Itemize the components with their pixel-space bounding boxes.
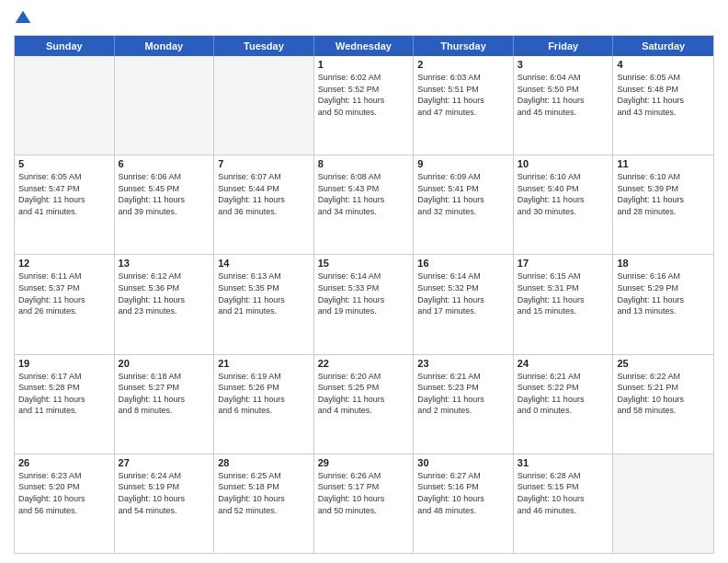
calendar-row-1: 5Sunrise: 6:05 AMSunset: 5:47 PMDaylight…	[15, 155, 713, 255]
cal-cell	[613, 454, 713, 553]
cal-cell	[115, 56, 215, 155]
cal-cell: 18Sunrise: 6:16 AMSunset: 5:29 PMDayligh…	[613, 255, 713, 353]
day-number: 17	[518, 258, 609, 269]
day-header-saturday: Saturday	[613, 36, 713, 56]
cell-info: Sunrise: 6:18 AMSunset: 5:27 PMDaylight:…	[119, 371, 210, 417]
day-number: 12	[18, 258, 110, 269]
day-number: 22	[318, 358, 410, 369]
day-number: 14	[218, 258, 310, 269]
cell-info: Sunrise: 6:04 AMSunset: 5:50 PMDaylight:…	[518, 72, 609, 118]
day-number: 26	[18, 457, 110, 468]
cal-cell: 5Sunrise: 6:05 AMSunset: 5:47 PMDaylight…	[15, 155, 115, 254]
cal-cell: 4Sunrise: 6:05 AMSunset: 5:48 PMDaylight…	[613, 56, 713, 155]
day-number: 16	[417, 258, 509, 269]
day-number: 23	[417, 358, 509, 369]
cal-cell: 1Sunrise: 6:02 AMSunset: 5:52 PMDaylight…	[314, 56, 415, 155]
cell-info: Sunrise: 6:19 AMSunset: 5:26 PMDaylight:…	[218, 371, 310, 417]
logo-icon	[14, 9, 32, 28]
cell-info: Sunrise: 6:11 AMSunset: 5:37 PMDaylight:…	[18, 270, 110, 316]
cal-cell: 15Sunrise: 6:14 AMSunset: 5:33 PMDayligh…	[314, 255, 415, 353]
cal-cell: 16Sunrise: 6:14 AMSunset: 5:32 PMDayligh…	[414, 255, 514, 353]
day-number: 15	[318, 258, 410, 269]
cell-info: Sunrise: 6:08 AMSunset: 5:43 PMDaylight:…	[318, 171, 410, 217]
cell-info: Sunrise: 6:05 AMSunset: 5:48 PMDaylight:…	[617, 72, 710, 118]
day-number: 8	[318, 158, 410, 169]
cell-info: Sunrise: 6:09 AMSunset: 5:41 PMDaylight:…	[417, 171, 509, 217]
cell-info: Sunrise: 6:10 AMSunset: 5:39 PMDaylight:…	[617, 171, 710, 217]
day-number: 21	[218, 358, 310, 369]
day-number: 24	[518, 358, 609, 369]
cal-cell: 22Sunrise: 6:20 AMSunset: 5:25 PMDayligh…	[314, 355, 415, 454]
cal-cell: 7Sunrise: 6:07 AMSunset: 5:44 PMDaylight…	[214, 155, 314, 254]
cell-info: Sunrise: 6:22 AMSunset: 5:21 PMDaylight:…	[617, 371, 710, 417]
day-header-friday: Friday	[514, 36, 614, 56]
calendar-row-3: 19Sunrise: 6:17 AMSunset: 5:28 PMDayligh…	[15, 355, 713, 454]
calendar-row-2: 12Sunrise: 6:11 AMSunset: 5:37 PMDayligh…	[15, 255, 713, 354]
cell-info: Sunrise: 6:17 AMSunset: 5:28 PMDaylight:…	[18, 371, 110, 417]
day-number: 5	[18, 158, 110, 169]
cell-info: Sunrise: 6:20 AMSunset: 5:25 PMDaylight:…	[318, 371, 410, 417]
cal-cell: 24Sunrise: 6:21 AMSunset: 5:22 PMDayligh…	[514, 355, 614, 454]
day-number: 31	[518, 457, 609, 468]
day-number: 6	[119, 158, 210, 169]
header	[14, 9, 714, 28]
cal-cell: 14Sunrise: 6:13 AMSunset: 5:35 PMDayligh…	[214, 255, 314, 353]
day-number: 13	[119, 258, 210, 269]
day-number: 4	[617, 59, 710, 70]
page: SundayMondayTuesdayWednesdayThursdayFrid…	[0, 0, 728, 563]
cell-info: Sunrise: 6:05 AMSunset: 5:47 PMDaylight:…	[18, 171, 110, 217]
cal-cell: 12Sunrise: 6:11 AMSunset: 5:37 PMDayligh…	[15, 255, 115, 353]
cell-info: Sunrise: 6:07 AMSunset: 5:44 PMDaylight:…	[218, 171, 310, 217]
cal-cell: 30Sunrise: 6:27 AMSunset: 5:16 PMDayligh…	[414, 454, 514, 553]
cell-info: Sunrise: 6:15 AMSunset: 5:31 PMDaylight:…	[518, 270, 609, 316]
cal-cell: 28Sunrise: 6:25 AMSunset: 5:18 PMDayligh…	[214, 454, 314, 553]
day-number: 30	[417, 457, 509, 468]
day-number: 3	[518, 59, 609, 70]
calendar-header-row: SundayMondayTuesdayWednesdayThursdayFrid…	[15, 36, 713, 56]
day-number: 2	[417, 59, 509, 70]
cell-info: Sunrise: 6:24 AMSunset: 5:19 PMDaylight:…	[119, 470, 210, 516]
cal-cell: 23Sunrise: 6:21 AMSunset: 5:23 PMDayligh…	[414, 355, 514, 454]
cell-info: Sunrise: 6:21 AMSunset: 5:22 PMDaylight:…	[518, 371, 609, 417]
cell-info: Sunrise: 6:21 AMSunset: 5:23 PMDaylight:…	[417, 371, 509, 417]
day-header-monday: Monday	[115, 36, 215, 56]
cal-cell: 13Sunrise: 6:12 AMSunset: 5:36 PMDayligh…	[115, 255, 215, 353]
cal-cell: 21Sunrise: 6:19 AMSunset: 5:26 PMDayligh…	[214, 355, 314, 454]
cal-cell: 9Sunrise: 6:09 AMSunset: 5:41 PMDaylight…	[414, 155, 514, 254]
day-number: 10	[518, 158, 609, 169]
day-header-thursday: Thursday	[414, 36, 514, 56]
cell-info: Sunrise: 6:25 AMSunset: 5:18 PMDaylight:…	[218, 470, 310, 516]
day-header-tuesday: Tuesday	[214, 36, 314, 56]
day-number: 19	[18, 358, 110, 369]
cal-cell: 19Sunrise: 6:17 AMSunset: 5:28 PMDayligh…	[15, 355, 115, 454]
cal-cell: 3Sunrise: 6:04 AMSunset: 5:50 PMDaylight…	[514, 56, 614, 155]
day-number: 25	[617, 358, 710, 369]
cal-cell: 8Sunrise: 6:08 AMSunset: 5:43 PMDaylight…	[314, 155, 415, 254]
cell-info: Sunrise: 6:27 AMSunset: 5:16 PMDaylight:…	[417, 470, 509, 516]
cal-cell: 6Sunrise: 6:06 AMSunset: 5:45 PMDaylight…	[115, 155, 215, 254]
day-header-sunday: Sunday	[15, 36, 115, 56]
cal-cell	[15, 56, 115, 155]
cell-info: Sunrise: 6:28 AMSunset: 5:15 PMDaylight:…	[518, 470, 609, 516]
cell-info: Sunrise: 6:12 AMSunset: 5:36 PMDaylight:…	[119, 270, 210, 316]
cal-cell: 25Sunrise: 6:22 AMSunset: 5:21 PMDayligh…	[613, 355, 713, 454]
day-header-wednesday: Wednesday	[314, 36, 415, 56]
cell-info: Sunrise: 6:06 AMSunset: 5:45 PMDaylight:…	[119, 171, 210, 217]
cell-info: Sunrise: 6:13 AMSunset: 5:35 PMDaylight:…	[218, 270, 310, 316]
cell-info: Sunrise: 6:23 AMSunset: 5:20 PMDaylight:…	[18, 470, 110, 516]
cal-cell: 17Sunrise: 6:15 AMSunset: 5:31 PMDayligh…	[514, 255, 614, 353]
day-number: 18	[617, 258, 710, 269]
day-number: 29	[318, 457, 410, 468]
logo	[14, 9, 36, 28]
cell-info: Sunrise: 6:16 AMSunset: 5:29 PMDaylight:…	[617, 270, 710, 316]
calendar: SundayMondayTuesdayWednesdayThursdayFrid…	[14, 35, 714, 554]
cal-cell: 27Sunrise: 6:24 AMSunset: 5:19 PMDayligh…	[115, 454, 215, 553]
cell-info: Sunrise: 6:26 AMSunset: 5:17 PMDaylight:…	[318, 470, 410, 516]
cal-cell: 10Sunrise: 6:10 AMSunset: 5:40 PMDayligh…	[514, 155, 614, 254]
day-number: 1	[318, 59, 410, 70]
cal-cell: 29Sunrise: 6:26 AMSunset: 5:17 PMDayligh…	[314, 454, 415, 553]
cal-cell: 20Sunrise: 6:18 AMSunset: 5:27 PMDayligh…	[115, 355, 215, 454]
cell-info: Sunrise: 6:03 AMSunset: 5:51 PMDaylight:…	[417, 72, 509, 118]
calendar-row-0: 1Sunrise: 6:02 AMSunset: 5:52 PMDaylight…	[15, 56, 713, 155]
calendar-row-4: 26Sunrise: 6:23 AMSunset: 5:20 PMDayligh…	[15, 454, 713, 553]
